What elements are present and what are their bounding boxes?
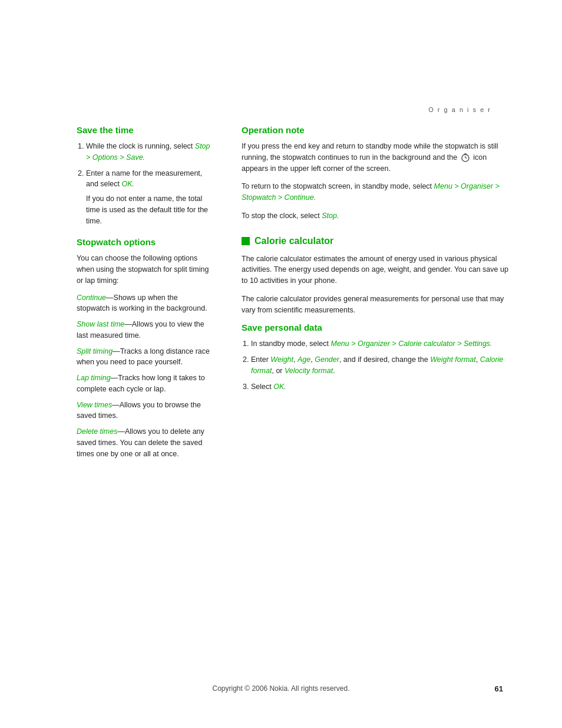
spd-comma3: , <box>476 355 480 364</box>
option-delete-times-term: Delete times <box>77 427 117 436</box>
spd-step-2: Enter Weight, Age, Gender, and if desire… <box>251 354 515 377</box>
save-the-time-steps: While the clock is running, select Stop … <box>77 141 212 226</box>
spd-age: Age <box>297 355 310 364</box>
option-view-times-term: View times <box>77 401 112 409</box>
option-lap-timing-term: Lap timing <box>77 374 111 382</box>
page-footer: Copyright © 2006 Nokia. All rights reser… <box>0 684 562 693</box>
save-personal-data-section: Save personal data In standby mode, sele… <box>242 322 515 392</box>
spd-comma1: , <box>293 355 297 364</box>
option-delete-times: Delete times—Allows you to delete any sa… <box>77 426 212 459</box>
calorie-calculator-section: Calorie calculator The calorie calculato… <box>242 236 515 316</box>
spd-gender: Gender <box>315 355 339 364</box>
save-the-time-section: Save the time While the clock is running… <box>77 125 212 226</box>
operation-note-para1: If you press the end key and return to s… <box>242 141 515 174</box>
page-number: 61 <box>495 684 503 693</box>
op-para3-text: To stop the clock, select <box>242 212 322 220</box>
operation-note-title: Operation note <box>242 125 515 135</box>
op-para1-text1: If you press the end key and return to s… <box>242 142 498 162</box>
spd-step1-text: In standby mode, select <box>251 340 331 348</box>
spd-step1-link: Menu > Organizer > Calorie calculator > … <box>331 340 492 348</box>
operation-note-section: Operation note If you press the end key … <box>242 125 515 222</box>
calorie-body2: The calorie calculator provides general … <box>242 294 515 316</box>
spd-weight: Weight <box>270 355 293 364</box>
step-1-text: While the clock is running, select <box>86 142 195 150</box>
calorie-calculator-title: Calorie calculator <box>242 236 515 246</box>
save-personal-data-title: Save personal data <box>242 322 515 332</box>
step-2-text: Enter a name for the measurement, and se… <box>86 169 202 189</box>
stopwatch-intro: You can choose the following options whe… <box>77 253 212 286</box>
option-split-timing: Split timing—Tracks a long distance race… <box>77 346 212 368</box>
spd-step-1: In standby mode, select Menu > Organizer… <box>251 338 515 350</box>
spd-step3-link: OK. <box>273 383 286 391</box>
option-show-last-time-term: Show last time <box>77 320 124 328</box>
operation-note-para3: To stop the clock, select Stop. <box>242 210 515 222</box>
save-the-time-title: Save the time <box>77 125 212 135</box>
stopwatch-options-title: Stopwatch options <box>77 237 212 247</box>
page-container: O r g a n i s e r Save the time While th… <box>0 0 562 728</box>
left-column: Save the time While the clock is running… <box>77 125 230 464</box>
option-continue: Continue—Shows up when the stopwatch is … <box>77 292 212 315</box>
step-2-note: If you do not enter a name, the total ti… <box>86 193 212 226</box>
spd-step2-text: Enter <box>251 355 270 364</box>
step-2: Enter a name for the measurement, and se… <box>86 168 212 227</box>
operation-note-para2: To return to the stopwatch screen, in st… <box>242 181 515 203</box>
op-para3-link: Stop. <box>322 212 339 220</box>
stopwatch-icon <box>461 153 470 162</box>
step-2-link: OK. <box>121 180 134 188</box>
save-personal-data-steps: In standby mode, select Menu > Organizer… <box>242 338 515 392</box>
step-1: While the clock is running, select Stop … <box>86 141 212 163</box>
option-show-last-time: Show last time—Allows you to view the la… <box>77 319 212 341</box>
option-view-times: View times—Allows you to browse the save… <box>77 400 212 422</box>
spd-step3-text: Select <box>251 383 273 391</box>
section-label: O r g a n i s e r <box>0 106 562 113</box>
op-para2-text: To return to the stopwatch screen, in st… <box>242 182 434 190</box>
spd-weightformat: Weight format <box>430 355 476 364</box>
organiser-label: O r g a n i s e r <box>428 106 491 113</box>
spd-period: . <box>333 367 335 375</box>
option-split-timing-term: Split timing <box>77 347 113 355</box>
spd-step-3: Select OK. <box>251 381 515 393</box>
right-column: Operation note If you press the end key … <box>230 125 515 464</box>
spd-velocityformat: Velocity format <box>285 367 333 375</box>
spd-andif: , and if desired, change the <box>339 355 430 364</box>
calorie-title-text: Calorie calculator <box>254 236 333 246</box>
calorie-body1: The calorie calculator estimates the amo… <box>242 253 515 286</box>
option-continue-term: Continue <box>77 294 106 302</box>
calorie-box-icon <box>242 237 250 245</box>
spd-or: , or <box>272 367 285 375</box>
content-area: Save the time While the clock is running… <box>0 125 562 464</box>
option-lap-timing: Lap timing—Tracks how long it takes to c… <box>77 373 212 395</box>
copyright-text: Copyright © 2006 Nokia. All rights reser… <box>0 684 562 693</box>
stopwatch-options-section: Stopwatch options You can choose the fol… <box>77 237 212 459</box>
